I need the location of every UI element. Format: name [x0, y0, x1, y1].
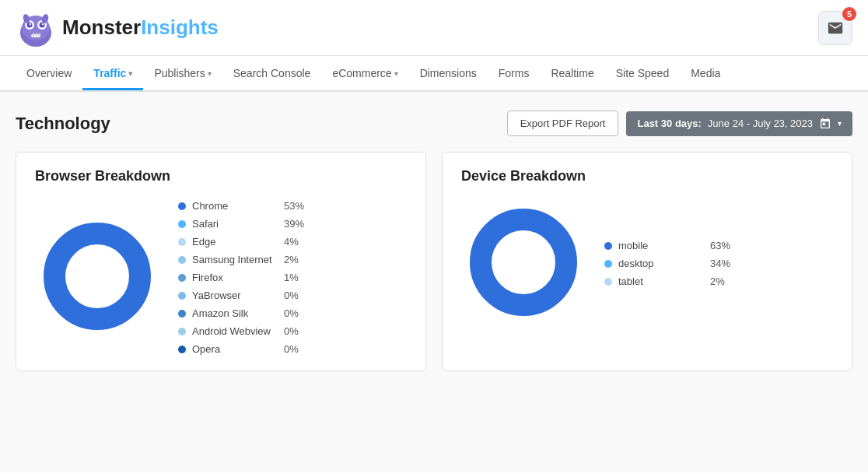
legend-dot [178, 292, 186, 300]
legend-dot [178, 220, 186, 228]
legend-dot [178, 274, 186, 282]
ecommerce-chevron-icon: ▾ [394, 69, 398, 78]
page-content: Technology Export PDF Report Last 30 day… [0, 92, 868, 472]
legend-label: desktop [618, 258, 704, 269]
legend-pct: 63% [710, 240, 730, 251]
legend-item: Android Webview 0% [178, 325, 304, 337]
svg-point-6 [30, 23, 31, 24]
nav-item-forms[interactable]: Forms [488, 58, 541, 89]
legend-dot [604, 242, 612, 250]
legend-item: Amazon Silk 0% [178, 307, 304, 319]
legend-pct: 39% [284, 218, 304, 230]
legend-dot [178, 310, 186, 318]
page-title: Technology [16, 114, 110, 134]
device-breakdown-card: Device Breakdown mobile 63% [442, 152, 852, 371]
header: MonsterInsights 5 [0, 0, 868, 56]
legend-item: Opera 0% [178, 343, 304, 355]
legend-item: Safari 39% [178, 218, 304, 230]
legend-item: tablet 2% [604, 276, 730, 287]
legend-dot [178, 328, 186, 335]
calendar-icon [819, 118, 831, 130]
nav-item-dimensions[interactable]: Dimensions [409, 58, 488, 89]
legend-pct: 2% [710, 276, 725, 287]
legend-label: Firefox [192, 272, 278, 283]
date-range-picker[interactable]: Last 30 days: June 24 - July 23, 2023 ▾ [626, 111, 852, 136]
main-nav: Overview Traffic ▾ Publishers ▾ Search C… [0, 56, 868, 92]
legend-item: Samsung Internet 2% [178, 254, 304, 265]
legend-label: Samsung Internet [192, 254, 278, 265]
notification-button[interactable]: 5 [818, 11, 852, 45]
legend-dot [178, 346, 186, 353]
export-pdf-button[interactable]: Export PDF Report [507, 111, 619, 136]
browser-donut-chart [35, 214, 159, 341]
legend-pct: 34% [710, 258, 730, 269]
svg-rect-10 [36, 33, 37, 37]
legend-item: Edge 4% [178, 236, 304, 248]
legend-label: Edge [192, 236, 278, 248]
browser-card-title: Browser Breakdown [35, 168, 407, 184]
device-chart-area: mobile 63% desktop 34% tablet 2% [461, 200, 833, 327]
legend-item: Chrome 53% [178, 200, 304, 212]
logo-text: MonsterInsights [62, 16, 219, 40]
legend-pct: 2% [284, 254, 299, 265]
svg-point-7 [42, 23, 44, 24]
logo: MonsterInsights [16, 8, 219, 48]
browser-breakdown-card: Browser Breakdown [16, 152, 426, 371]
nav-item-traffic[interactable]: Traffic ▾ [82, 58, 143, 89]
svg-rect-9 [33, 33, 34, 37]
svg-point-24 [492, 231, 555, 293]
legend-dot [178, 202, 186, 210]
monster-icon [16, 8, 56, 48]
legend-label: Chrome [192, 200, 278, 212]
legend-dot [178, 256, 186, 264]
legend-pct: 0% [284, 343, 299, 355]
nav-item-site-speed[interactable]: Site Speed [605, 58, 681, 89]
legend-item: desktop 34% [604, 258, 730, 269]
legend-label: Opera [192, 343, 278, 355]
legend-pct: 1% [284, 272, 299, 283]
legend-pct: 0% [284, 325, 299, 337]
traffic-chevron-icon: ▾ [128, 69, 132, 78]
legend-label: Safari [192, 218, 278, 230]
publishers-chevron-icon: ▾ [208, 69, 212, 78]
technology-header: Technology Export PDF Report Last 30 day… [16, 111, 852, 136]
legend-pct: 0% [284, 307, 299, 319]
device-legend: mobile 63% desktop 34% tablet 2% [604, 240, 730, 287]
inbox-icon [827, 19, 844, 37]
legend-label: Amazon Silk [192, 307, 278, 319]
device-card-title: Device Breakdown [461, 168, 833, 184]
nav-item-media[interactable]: Media [680, 58, 731, 89]
legend-pct: 0% [284, 290, 299, 301]
svg-rect-11 [39, 33, 40, 37]
browser-chart-area: Chrome 53% Safari 39% Edge 4% Samsung In… [35, 200, 407, 355]
svg-point-20 [66, 245, 128, 307]
legend-label: Android Webview [192, 325, 278, 337]
browser-legend: Chrome 53% Safari 39% Edge 4% Samsung In… [178, 200, 304, 355]
legend-item: Firefox 1% [178, 272, 304, 283]
legend-pct: 4% [284, 236, 299, 248]
legend-label: tablet [618, 276, 704, 287]
legend-label: YaBrowser [192, 290, 278, 301]
legend-item: YaBrowser 0% [178, 290, 304, 301]
date-range-chevron: ▾ [838, 119, 842, 128]
legend-dot [604, 260, 612, 268]
nav-item-ecommerce[interactable]: eCommerce ▾ [321, 58, 408, 89]
nav-item-search-console[interactable]: Search Console [222, 58, 322, 89]
legend-dot [178, 238, 186, 246]
header-controls: Export PDF Report Last 30 days: June 24 … [507, 111, 852, 136]
legend-item: mobile 63% [604, 240, 730, 251]
device-donut-chart [461, 200, 586, 327]
nav-item-realtime[interactable]: Realtime [540, 58, 604, 89]
notification-badge: 5 [842, 7, 856, 21]
legend-label: mobile [618, 240, 704, 251]
nav-item-overview[interactable]: Overview [16, 58, 82, 89]
legend-pct: 53% [284, 200, 304, 212]
nav-item-publishers[interactable]: Publishers ▾ [143, 58, 222, 89]
legend-dot [604, 278, 612, 286]
cards-row: Browser Breakdown [16, 152, 852, 371]
